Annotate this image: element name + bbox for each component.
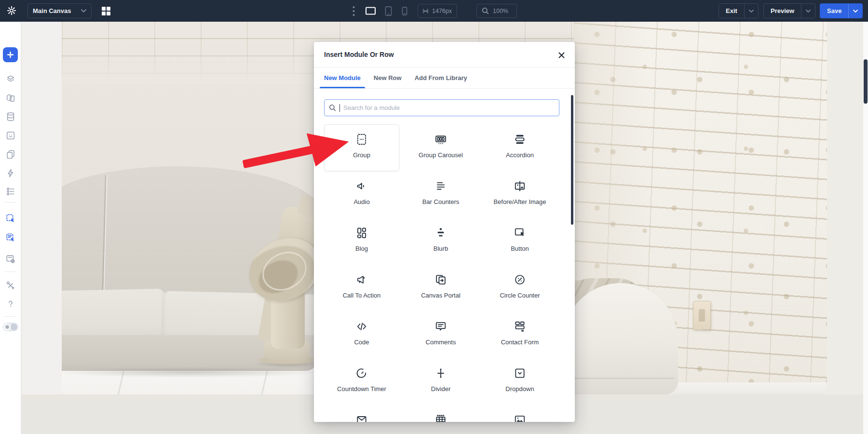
module-tile-accordion[interactable]: Accordion <box>482 124 557 171</box>
module-tile-comments[interactable]: Comments <box>403 312 478 358</box>
save-options-chevron[interactable] <box>848 4 862 18</box>
circle-counter-icon <box>514 273 526 286</box>
database-icon <box>5 111 16 122</box>
group-carousel-icon <box>434 133 447 146</box>
tab-add-from-library[interactable]: Add From Library <box>415 68 467 88</box>
design-shapes-icon <box>5 93 16 103</box>
question-mark-icon <box>5 298 16 309</box>
module-label: Before/After Image <box>493 198 546 206</box>
dynamic-data-button[interactable] <box>5 111 16 122</box>
module-tile-audio[interactable]: Audio <box>324 171 399 218</box>
module-tile-code[interactable]: Code <box>324 312 399 358</box>
module-label: Canvas Portal <box>421 291 461 300</box>
countdown-timer-icon <box>355 367 368 380</box>
button-icon <box>514 227 526 240</box>
insert-module-button[interactable] <box>5 213 16 224</box>
module-tile-button[interactable]: Button <box>482 218 557 265</box>
contact-form-icon <box>514 320 526 333</box>
width-arrows-icon <box>423 8 428 14</box>
developer-tools-button[interactable] <box>5 280 16 291</box>
module-label: Button <box>511 244 529 253</box>
preview-options-chevron[interactable] <box>801 4 815 18</box>
sidebar-divider <box>4 316 17 317</box>
tools-icon <box>5 280 16 291</box>
save-button[interactable]: Save <box>820 4 848 18</box>
plus-icon <box>7 51 14 58</box>
modal-header: Insert Module Or Row <box>314 42 575 68</box>
layout-grid-icon[interactable] <box>100 5 112 17</box>
tab-new-module[interactable]: New Module <box>324 68 361 88</box>
module-tile-group-carousel[interactable]: Group Carousel <box>403 124 478 171</box>
canvas-zoom-value: 100% <box>493 8 508 14</box>
canvas-portal-icon <box>434 273 447 286</box>
module-label: Dropdown <box>505 385 534 393</box>
module-tile-group[interactable]: Group <box>324 124 399 171</box>
add-element-button[interactable] <box>3 47 18 62</box>
settings-toggle[interactable] <box>3 323 18 331</box>
module-tile-blog[interactable]: Blog <box>324 218 399 265</box>
insert-row-button[interactable] <box>5 232 16 244</box>
sofa-shadow <box>62 367 322 378</box>
design-presets-button[interactable] <box>5 92 16 104</box>
exit-button[interactable]: Exit <box>719 4 744 18</box>
toggle-knob <box>11 324 17 330</box>
pages-button[interactable] <box>5 149 16 160</box>
before-after-image-icon <box>514 180 526 193</box>
module-tile-bar-counters[interactable]: Bar Counters <box>403 171 478 218</box>
canvas-selector-dropdown[interactable]: Main Canvas <box>27 3 92 18</box>
modules-panel-button[interactable] <box>5 130 16 141</box>
module-tile-dropdown[interactable]: Dropdown <box>482 358 557 405</box>
module-tile-contact-form[interactable]: Contact Form <box>482 312 557 358</box>
module-label: Comments <box>426 338 456 347</box>
module-label: Bar Counters <box>422 198 460 206</box>
module-tile-blurb[interactable]: Blurb <box>403 218 478 265</box>
preview-button[interactable]: Preview <box>764 4 801 18</box>
module-tile-countdown-timer[interactable]: Countdown Timer <box>324 358 399 405</box>
exit-button-group: Exit <box>719 3 759 18</box>
insert-module-modal: Insert Module Or Row New Module New Row … <box>314 42 575 422</box>
builder-settings-gear-icon[interactable] <box>5 4 18 17</box>
preview-button-group: Preview <box>763 3 815 18</box>
chevron-down-icon <box>81 9 86 13</box>
modal-scrollbar-thumb[interactable] <box>571 95 573 225</box>
desktop-view-button[interactable] <box>364 5 377 17</box>
help-button[interactable] <box>5 298 16 310</box>
canvas-width-control[interactable]: 1476px <box>418 4 457 18</box>
module-tile-divider[interactable]: Divider <box>403 358 478 405</box>
canvas-zoom-control[interactable]: 100% <box>476 4 517 18</box>
canvas-selector-value: Main Canvas <box>33 7 77 14</box>
module-grid: Group Group Carousel Accordion Audio Bar… <box>324 124 560 422</box>
canvas-width-value: 1476px <box>432 8 452 14</box>
zoom-magnifier-icon <box>482 7 489 14</box>
module-tile-canvas-portal[interactable]: Canvas Portal <box>403 265 478 312</box>
envelope-icon <box>355 414 368 422</box>
more-options-icon[interactable] <box>350 5 357 17</box>
module-search-field[interactable] <box>324 99 559 116</box>
canvas-left-margin <box>22 22 62 394</box>
exit-options-chevron[interactable] <box>744 4 758 18</box>
browser-scrollbar-thumb[interactable] <box>864 59 868 104</box>
wall-outlet <box>693 301 711 330</box>
phone-view-button[interactable] <box>398 5 411 17</box>
module-label: Call To Action <box>343 291 381 300</box>
module-tile-before-after-image[interactable]: Before/After Image <box>482 171 557 218</box>
wall-edge-strip <box>827 22 863 394</box>
module-tile-circle-counter[interactable]: Circle Counter <box>482 265 557 312</box>
canvas-settings-button[interactable] <box>5 253 16 265</box>
module-tile-partial-1[interactable] <box>324 405 399 422</box>
module-box-icon <box>5 130 16 141</box>
tab-new-row[interactable]: New Row <box>374 68 402 88</box>
module-tile-partial-3[interactable] <box>482 405 557 422</box>
tablet-view-button[interactable] <box>382 5 394 17</box>
layers-panel-button[interactable] <box>5 73 16 85</box>
modal-close-button[interactable] <box>556 50 566 60</box>
module-tile-call-to-action[interactable]: Call To Action <box>324 265 399 312</box>
copy-pages-icon <box>5 149 16 160</box>
gallery-icon <box>514 414 526 422</box>
module-tile-partial-2[interactable] <box>403 405 478 422</box>
search-input[interactable] <box>343 104 555 111</box>
module-label: Audio <box>353 198 369 206</box>
interactions-button[interactable] <box>5 167 16 179</box>
wireframe-view-button[interactable] <box>5 186 16 197</box>
blurb-icon <box>434 227 447 240</box>
